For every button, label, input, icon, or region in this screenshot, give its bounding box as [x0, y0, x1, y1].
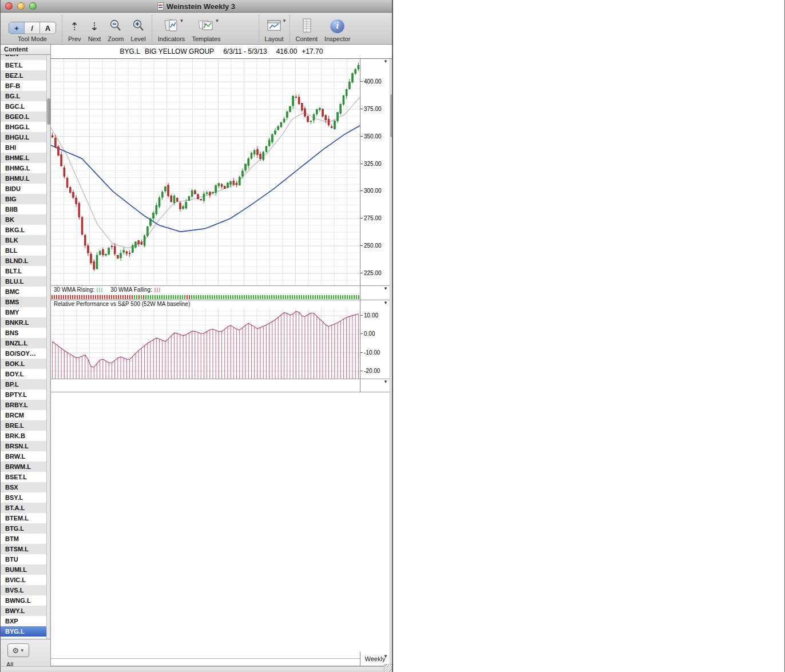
list-item-byg.l[interactable]: BYG.L	[1, 626, 50, 637]
list-item-bok.l[interactable]: BOK.L	[1, 359, 50, 369]
window-title: Weinstein Weekly 3	[166, 2, 235, 11]
list-item-bk[interactable]: BK	[1, 214, 50, 225]
list-item-bidu[interactable]: BIDU	[1, 184, 50, 194]
list-item-bll[interactable]: BLL	[1, 245, 50, 256]
list-item-bwy.l[interactable]: BWY.L	[1, 606, 50, 616]
resize-grip[interactable]	[384, 664, 392, 672]
ticker-label: BHGU.L	[5, 134, 29, 141]
list-item-bre.l[interactable]: BRE.L	[1, 420, 50, 431]
list-item-ben[interactable]: BEN	[1, 55, 50, 60]
list-item-brcm[interactable]: BRCM	[1, 410, 50, 420]
list-item-brw.l[interactable]: BRW.L	[1, 451, 50, 462]
gear-button[interactable]: ⚙▼	[7, 643, 29, 657]
tick-strip-panel[interactable]	[51, 379, 360, 392]
list-item-blk[interactable]: BLK	[1, 235, 50, 245]
ticker-label: BEZ.L	[5, 72, 23, 79]
list-item-bhi[interactable]: BHI	[1, 142, 50, 153]
content-button[interactable]: Content	[292, 14, 322, 44]
panel-options-button[interactable]: ▼	[383, 59, 388, 65]
panel-options-button[interactable]: ▼	[383, 300, 388, 306]
list-item-bkg.l[interactable]: BKG.L	[1, 225, 50, 235]
list-item-bgeo.l[interactable]: BGEO.L	[1, 112, 50, 122]
window-weinstein-weekly: Weinstein Weekly 3 + / A Tool Mode ⇡ Pre…	[0, 0, 392, 672]
list-item-bnzl.l[interactable]: BNZL.L	[1, 338, 50, 348]
indicators-button[interactable]: ▼ Indicators	[154, 14, 189, 44]
header-band: Content BYG.LBIG YELLOW GROUP 6/3/11 - 5…	[1, 45, 392, 59]
titlebar[interactable]: Weinstein Weekly 3	[1, 0, 392, 13]
list-item-bvic.l[interactable]: BVIC.L	[1, 575, 50, 585]
list-item-bwng.l[interactable]: BWNG.L	[1, 595, 50, 606]
list-item-bhmu.l[interactable]: BHMU.L	[1, 173, 50, 184]
list-item-brk.b[interactable]: BRK.B	[1, 431, 50, 441]
list-item-bg.l[interactable]: BG.L	[1, 91, 50, 101]
list-item-bvs.l[interactable]: BVS.L	[1, 585, 50, 595]
price-panel[interactable]	[51, 59, 360, 286]
chart-area[interactable]: 30 WMA Rising: 30 WMA Falling:Relative P…	[51, 59, 360, 652]
list-item-bns[interactable]: BNS	[1, 328, 50, 338]
sidebar-scroll-thumb[interactable]	[47, 98, 50, 125]
layout-button[interactable]: ▼ Layout	[261, 14, 287, 44]
list-item-brby.l[interactable]: BRBY.L	[1, 400, 50, 410]
list-item-blnd.l[interactable]: BLND.L	[1, 256, 50, 266]
hist-plot[interactable]	[51, 308, 360, 379]
list-item-bo/soy…[interactable]: BO/SOY…	[1, 348, 50, 359]
list-item-bhgg.l[interactable]: BHGG.L	[1, 122, 50, 132]
list-item-bp.l[interactable]: BP.L	[1, 379, 50, 389]
horizontal-scrollbar[interactable]	[1, 666, 385, 672]
inspector-button[interactable]: i Inspector	[321, 14, 354, 44]
list-item-bpty.l[interactable]: BPTY.L	[1, 389, 50, 400]
list-item-bgc.l[interactable]: BGC.L	[1, 101, 50, 112]
list-item-bmc[interactable]: BMC	[1, 287, 50, 297]
list-item-btsm.l[interactable]: BTSM.L	[1, 544, 50, 554]
hist-panel[interactable]: Relative Performance vs S&P 500 (52W MA …	[51, 300, 360, 379]
zoom-level-button[interactable]: Level	[127, 14, 149, 44]
list-item-btu[interactable]: BTU	[1, 554, 50, 564]
panel-options-button[interactable]: ▼	[383, 379, 388, 385]
ticker-label: BSY.L	[5, 494, 23, 501]
list-item-blt.l[interactable]: BLT.L	[1, 266, 50, 276]
list-item-blu.l[interactable]: BLU.L	[1, 276, 50, 287]
list-item-bumi.l[interactable]: BUMI.L	[1, 564, 50, 575]
templates-button[interactable]: ▼ Templates	[188, 14, 224, 44]
price-plot[interactable]	[51, 59, 360, 285]
prev-button[interactable]: ⇡ Prev	[65, 14, 85, 44]
list-item-bhgu.l[interactable]: BHGU.L	[1, 132, 50, 142]
ticker-label: BK	[5, 216, 14, 223]
sidebar-header[interactable]: Content	[1, 45, 51, 55]
list-item-bt.a.l[interactable]: BT.A.L	[1, 503, 50, 513]
list-item-brsn.l[interactable]: BRSN.L	[1, 441, 50, 451]
text-tool-button[interactable]: A	[40, 22, 55, 34]
list-item-big[interactable]: BIG	[1, 194, 50, 204]
crosshair-tool-button[interactable]: +	[9, 22, 25, 34]
list-item-btg.l[interactable]: BTG.L	[1, 523, 50, 534]
list-item-bet.l[interactable]: BET.L	[1, 60, 50, 70]
list-item-bms[interactable]: BMS	[1, 297, 50, 307]
ticker-label: BIG	[5, 196, 17, 202]
ticker-label: BRWM.L	[5, 463, 31, 470]
list-item-biib[interactable]: BIIB	[1, 204, 50, 214]
trendline-tool-button[interactable]: /	[25, 22, 40, 34]
list-item-bmy[interactable]: BMY	[1, 307, 50, 317]
years-row	[51, 659, 360, 666]
price-axis: ▼400.00375.00350.00325.00300.00275.00250…	[360, 59, 390, 286]
zoom-out-button[interactable]: Zoom	[104, 14, 127, 44]
hist-axis: ▼10.000.00-10.00-20.00	[360, 300, 390, 379]
panel-options-button[interactable]: ▼	[383, 286, 388, 292]
list-item-bsy.l[interactable]: BSY.L	[1, 492, 50, 503]
wma-strip-panel[interactable]: 30 WMA Rising: 30 WMA Falling:	[51, 286, 360, 300]
list-item-bf-b[interactable]: BF-B	[1, 81, 50, 91]
list-item-bhme.l[interactable]: BHME.L	[1, 153, 50, 163]
list-item-bset.l[interactable]: BSET.L	[1, 472, 50, 482]
list-item-bhmg.l[interactable]: BHMG.L	[1, 163, 50, 173]
list-item-bxp[interactable]: BXP	[1, 616, 50, 626]
list-item-btem.l[interactable]: BTEM.L	[1, 513, 50, 523]
list-item-bsx[interactable]: BSX	[1, 482, 50, 492]
list-item-btm[interactable]: BTM	[1, 534, 50, 544]
list-item-bez.l[interactable]: BEZ.L	[1, 70, 50, 81]
ticker-label: BHI	[5, 144, 16, 151]
list-item-bnkr.l[interactable]: BNKR.L	[1, 317, 50, 328]
list-item-brwm.l[interactable]: BRWM.L	[1, 462, 50, 472]
next-button[interactable]: ⇣ Next	[85, 14, 105, 44]
list-item-boy.l[interactable]: BOY.L	[1, 369, 50, 379]
sidebar-scrollbar[interactable]	[46, 55, 50, 639]
